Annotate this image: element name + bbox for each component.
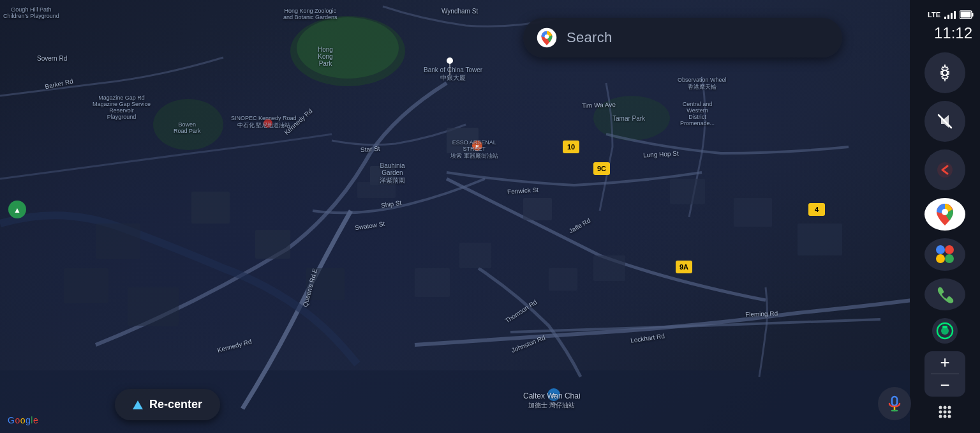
app-grid-icon [936,403,954,421]
svg-rect-58 [892,397,897,406]
phone-icon [935,285,954,304]
svg-rect-48 [942,326,947,328]
zoom-in-button[interactable]: + [924,351,965,374]
route-badge-9a: 9A [676,261,692,273]
google-maps-icon: G [536,27,558,49]
svg-point-44 [945,254,954,263]
lte-indicator: LTE [928,11,940,19]
svg-rect-10 [191,192,230,224]
mic-button[interactable] [878,387,911,420]
svg-rect-19 [306,268,345,300]
svg-rect-35 [972,13,974,17]
signal-bar-1 [944,17,946,19]
back-button[interactable] [924,149,965,190]
mute-icon [936,112,954,130]
route-badge-9c: 9C [593,162,610,175]
svg-point-2 [153,99,223,150]
mute-button[interactable] [924,101,965,142]
svg-point-56 [944,414,947,418]
svg-point-57 [948,414,951,418]
svg-line-38 [939,115,951,128]
signal-bars [944,10,956,19]
svg-rect-18 [459,243,491,268]
google-assistant-button[interactable] [924,238,965,271]
signal-bar-2 [947,15,949,19]
settings-button[interactable] [924,52,965,93]
recenter-button[interactable]: Re-center [115,389,220,420]
android-auto-button[interactable] [931,317,959,345]
svg-rect-6 [357,182,396,198]
status-bar: LTE [910,5,980,22]
time-display: 11:12 [910,24,980,42]
svg-text:▲: ▲ [13,206,21,215]
google-maps-app-button[interactable] [924,198,965,231]
svg-point-33 [545,34,549,39]
signal-bar-3 [951,13,953,19]
right-sidebar: LTE 11:12 [910,0,980,433]
google-assistant-icon [933,243,956,266]
svg-point-43 [936,254,945,263]
svg-rect-36 [961,12,971,18]
signal-bar-4 [954,11,956,19]
google-maps-app-icon [933,202,957,226]
svg-rect-15 [593,255,625,281]
search-bar[interactable]: G Search [523,18,842,57]
back-arrow-icon [936,161,954,179]
svg-text:P: P [552,393,556,399]
svg-point-51 [948,406,951,409]
clock-time: 11:12 [934,24,972,42]
svg-rect-13 [734,198,772,227]
map-container[interactable]: P P ▲ Kennedy Rd Queen's Rd E Swatow St … [0,0,912,433]
svg-point-54 [948,410,951,413]
microphone-icon [886,395,903,412]
svg-rect-9 [255,230,290,259]
svg-point-49 [939,406,942,409]
zoom-out-button[interactable]: − [924,374,965,397]
svg-point-40 [942,209,948,215]
svg-rect-17 [415,268,450,297]
svg-rect-14 [798,224,842,255]
svg-rect-7 [447,128,479,153]
svg-rect-20 [128,287,179,326]
svg-point-42 [945,245,954,254]
svg-point-3 [593,96,670,141]
svg-point-41 [936,245,945,254]
app-grid-button[interactable] [924,400,965,423]
battery-icon [960,10,974,19]
svg-point-50 [944,406,947,409]
route-badge-4: 4 [808,203,825,216]
svg-point-28 [264,119,272,128]
search-text: Search [567,29,612,46]
svg-text:P: P [475,144,479,149]
phone-button[interactable] [924,278,965,311]
recenter-label: Re-center [149,398,202,411]
svg-rect-11 [96,224,140,259]
google-logo: Google [8,415,38,425]
svg-rect-21 [64,268,108,303]
svg-rect-16 [549,268,577,291]
svg-point-4 [297,17,399,79]
svg-point-55 [939,414,942,418]
recenter-arrow-icon [133,400,143,409]
android-auto-icon [931,317,959,345]
gear-icon [936,64,954,82]
svg-rect-8 [523,198,552,220]
svg-point-39 [937,162,953,178]
zoom-controls: + − [924,351,965,397]
svg-rect-12 [670,179,705,204]
svg-point-23 [447,57,453,64]
route-badge-10: 10 [563,141,579,153]
svg-point-53 [944,410,947,413]
svg-point-52 [939,410,942,413]
